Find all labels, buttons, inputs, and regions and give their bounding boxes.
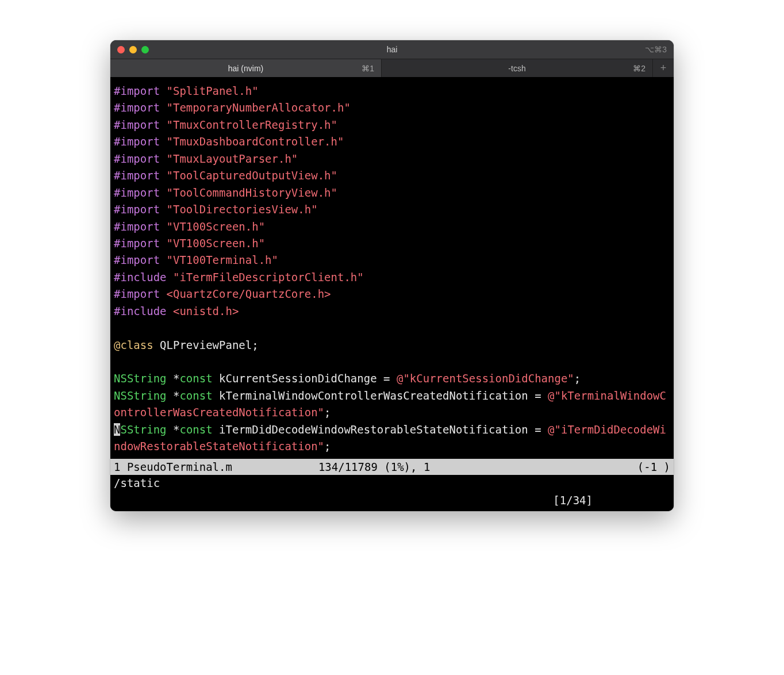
status-right: (-1 ) — [637, 459, 670, 475]
tab-label: -tcsh — [508, 64, 525, 73]
maximize-button[interactable] — [141, 46, 149, 53]
terminal-window: hai ⌥⌘3 hai (nvim) ⌘1 -tcsh ⌘2 + #import… — [110, 40, 674, 511]
tab-hai-nvim[interactable]: hai (nvim) ⌘1 — [110, 59, 382, 77]
code-line: #import "VT100Terminal.h" — [114, 252, 670, 269]
pp-directive: #import — [114, 220, 160, 233]
new-tab-button[interactable]: + — [653, 59, 674, 77]
tab-shortcut: ⌘1 — [362, 64, 374, 73]
const-name: kCurrentSessionDidChange — [219, 372, 377, 385]
cursor: N — [114, 423, 120, 436]
pp-header: "ToolCapturedOutputView.h" — [167, 169, 337, 182]
pp-header: "iTermFileDescriptorClient.h" — [173, 271, 364, 283]
pp-header: "ToolDirectoriesView.h" — [167, 203, 318, 216]
pp-directive: #include — [114, 305, 167, 317]
pp-directive: #import — [114, 101, 160, 114]
window-shortcut-hint: ⌥⌘3 — [645, 45, 667, 54]
code-line: #import "VT100Screen.h" — [114, 218, 670, 235]
pp-header: <QuartzCore/QuartzCore.h> — [167, 287, 331, 300]
close-button[interactable] — [117, 46, 125, 53]
pp-directive: #import — [114, 237, 160, 250]
pp-header: "TmuxDashboardController.h" — [167, 135, 344, 148]
tab-bar: hai (nvim) ⌘1 -tcsh ⌘2 + — [110, 59, 674, 77]
pp-header: "TmuxLayoutParser.h" — [167, 152, 298, 165]
code-line: #import "TmuxControllerRegistry.h" — [114, 117, 670, 133]
pp-directive: #import — [114, 169, 160, 182]
traffic-lights — [117, 46, 149, 53]
code-line: #import "ToolCapturedOutputView.h" — [114, 167, 670, 184]
type: SString — [120, 423, 166, 436]
pp-directive: #import — [114, 135, 160, 148]
search-count: [1/34] — [114, 492, 670, 509]
pp-directive: #import — [114, 152, 160, 165]
blank-line — [114, 354, 670, 370]
type: NSString — [114, 372, 167, 385]
code-line: #include <unistd.h> — [114, 303, 670, 320]
code-line: NSString *const kTerminalWindowControlle… — [114, 388, 670, 421]
code-line: #import "ToolCommandHistoryView.h" — [114, 185, 670, 201]
star: * — [173, 423, 179, 436]
const-name: iTermDidDecodeWindowRestorableStateNotif… — [219, 423, 528, 436]
pp-header: <unistd.h> — [173, 305, 239, 317]
plus-icon: + — [660, 62, 667, 74]
class-name: QLPreviewPanel; — [160, 339, 259, 351]
code-line: #import <QuartzCore/QuartzCore.h> — [114, 286, 670, 302]
const-name: kTerminalWindowControllerWasCreatedNotif… — [219, 389, 528, 402]
pp-directive: #import — [114, 186, 160, 199]
star: * — [173, 389, 179, 402]
semicolon: ; — [574, 372, 581, 385]
status-filename: 1 PseudoTerminal.m — [114, 459, 232, 475]
titlebar[interactable]: hai ⌥⌘3 — [110, 40, 674, 59]
semicolon: ; — [324, 440, 330, 452]
pp-header: "VT100Terminal.h" — [167, 254, 278, 266]
terminal-content[interactable]: #import "SplitPanel.h"#import "Temporary… — [110, 77, 674, 459]
pp-header: "ToolCommandHistoryView.h" — [167, 186, 337, 199]
pp-directive: #import — [114, 118, 160, 131]
type: NSString — [114, 389, 167, 402]
pp-directive: #include — [114, 271, 167, 283]
pp-directive: #import — [114, 203, 160, 216]
code-line: #import "TmuxDashboardController.h" — [114, 133, 670, 150]
code-line: #import "TmuxLayoutParser.h" — [114, 151, 670, 167]
keyword-class: @class — [114, 339, 153, 351]
pp-header: "TmuxControllerRegistry.h" — [167, 118, 337, 131]
equals: = — [528, 423, 548, 436]
const-keyword: const — [179, 423, 212, 436]
tab-label: hai (nvim) — [228, 64, 263, 73]
pp-directive: #import — [114, 254, 160, 266]
vim-status-bar: 1 PseudoTerminal.m 134/11789 (1%), 1 (-1… — [110, 459, 674, 475]
semicolon: ; — [324, 406, 330, 419]
const-keyword: const — [179, 372, 212, 385]
pp-directive: #import — [114, 287, 160, 300]
code-line: NSString *const iTermDidDecodeWindowRest… — [114, 421, 670, 455]
code-line: #include "iTermFileDescriptorClient.h" — [114, 269, 670, 286]
code-line: #import "TemporaryNumberAllocator.h" — [114, 99, 670, 116]
const-keyword: const — [179, 389, 212, 402]
equals: = — [377, 372, 397, 385]
code-line: #import "ToolDirectoriesView.h" — [114, 201, 670, 218]
window-title: hai — [110, 45, 674, 54]
vim-command-line[interactable]: /static [1/34] — [110, 475, 674, 511]
code-line: NSString *const kCurrentSessionDidChange… — [114, 370, 670, 387]
tab-shortcut: ⌘2 — [633, 64, 645, 73]
pp-header: "SplitPanel.h" — [167, 85, 259, 97]
tab-tcsh[interactable]: -tcsh ⌘2 — [382, 59, 653, 77]
pp-header: "TemporaryNumberAllocator.h" — [167, 101, 351, 114]
code-line: #import "VT100Screen.h" — [114, 235, 670, 252]
pp-header: "VT100Screen.h" — [167, 220, 266, 233]
code-line: #import "SplitPanel.h" — [114, 83, 670, 99]
code-line: @class QLPreviewPanel; — [114, 337, 670, 354]
search-query: /static — [114, 475, 670, 492]
pp-header: "VT100Screen.h" — [167, 237, 266, 250]
star: * — [173, 372, 179, 385]
status-position: 134/11789 (1%), 1 — [318, 459, 430, 475]
const-value: @"kCurrentSessionDidChange" — [397, 372, 574, 385]
equals: = — [528, 389, 548, 402]
pp-directive: #import — [114, 85, 160, 97]
blank-line — [114, 320, 670, 336]
minimize-button[interactable] — [129, 46, 137, 53]
